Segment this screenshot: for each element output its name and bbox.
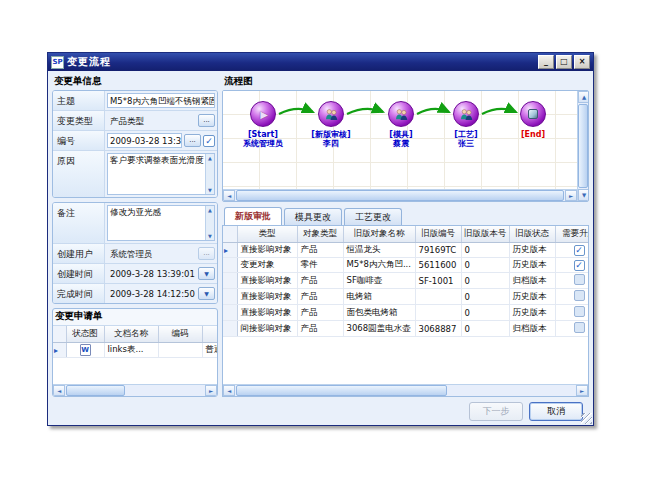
grid-row[interactable]: 直接影响对象 产品 电烤箱 0 历史版本 (223, 289, 588, 305)
field-row-create-time: 创建时间 2009-3-28 13:39:01 ▼ (53, 264, 217, 284)
request-col-code[interactable]: 编码 (158, 326, 202, 343)
scroll-down-icon[interactable]: ▼ (208, 233, 212, 239)
creator-input[interactable]: 系统管理员 (107, 246, 196, 261)
tab-new-version-approval[interactable]: 新版审批 (224, 207, 282, 225)
tab-process-change[interactable]: 工艺更改 (344, 208, 402, 225)
cell-oldno (415, 289, 461, 305)
cell-objtype: 产品 (297, 289, 343, 305)
upgrade-checkbox[interactable] (574, 274, 585, 285)
cell-oldver: 0 (461, 305, 509, 321)
reason-textarea[interactable]: 客户要求调整表面光滑度 ▲ ▼ (107, 153, 215, 195)
number-label: 编号 (53, 131, 105, 150)
grid-row[interactable]: 变更对象 零件 M5*8内六角凹... 5611600 0 历史版本 ✓ M5*… (223, 258, 588, 273)
flow-canvas[interactable]: ▶ [Start]系统管理员 (223, 91, 577, 189)
tab-mold-change[interactable]: 模具更改 (284, 208, 342, 225)
cell-oldname: SF咖啡壶 (343, 273, 415, 289)
creator-browse-button[interactable]: ... (198, 247, 215, 260)
flow-node-mold[interactable]: [模具]蔡震 (371, 101, 431, 148)
upgrade-checkbox[interactable]: ✓ (574, 260, 585, 271)
finish-time-input[interactable]: 2009-3-28 14:12:50 (107, 286, 196, 301)
node-label-line2: 张三 (458, 139, 474, 148)
title-bar[interactable]: SP 变更流程 _ □ × (48, 53, 593, 71)
cell-type: 直接影响对象 (237, 289, 297, 305)
grid-row[interactable]: ▸ 直接影响对象 产品 恒温龙头 79169TC 0 历史版本 ✓ (223, 243, 588, 258)
scroll-down-icon[interactable]: ▼ (578, 189, 589, 201)
flow-node-start[interactable]: ▶ [Start]系统管理员 (233, 101, 293, 148)
word-doc-icon: W (80, 344, 91, 356)
node-label-line1: [模具] (389, 130, 412, 139)
scroll-up-icon[interactable]: ▲ (208, 155, 212, 161)
grid-col-oldver[interactable]: 旧版版本号 (461, 226, 509, 243)
flow-vscrollbar[interactable]: ▲ ▼ (577, 91, 588, 201)
scroll-left-icon[interactable]: ◄ (223, 385, 235, 396)
grid-col-upgrade[interactable]: 需要升版 (555, 226, 588, 243)
grid-col-oldno[interactable]: 旧版编号 (415, 226, 461, 243)
flow-node-review[interactable]: [新版审核]李四 (301, 101, 361, 148)
flow-node-end[interactable]: [End] (503, 101, 563, 139)
grid-col-oldstatus[interactable]: 旧版状态 (509, 226, 555, 243)
reason-scrollbar[interactable]: ▲ ▼ (205, 154, 214, 194)
subject-input[interactable]: M5*8内六角凹端不锈钢紧固螺钉 (107, 93, 215, 108)
scroll-left-icon[interactable]: ◄ (223, 190, 235, 201)
upgrade-checkbox[interactable] (574, 306, 585, 317)
grid-col-oldname[interactable]: 旧版对象名称 (343, 226, 415, 243)
grid-row[interactable]: 间接影响对象 产品 3068圆盖电水壶 3068887 0 归档版本 (223, 321, 588, 337)
flow-chart-panel: ▶ [Start]系统管理员 (222, 90, 589, 202)
scroll-left-icon[interactable]: ◄ (53, 385, 65, 396)
grid-col-objtype[interactable]: 对象类型 (297, 226, 343, 243)
number-checkbox[interactable]: ✓ (203, 135, 215, 147)
request-col-docname[interactable]: 文档名称 (104, 326, 158, 343)
node-label-line2: 蔡震 (393, 139, 409, 148)
resize-grip[interactable] (581, 413, 592, 424)
scroll-down-icon[interactable]: ▼ (208, 187, 212, 193)
cell-type: 直接影响对象 (237, 305, 297, 321)
create-time-input[interactable]: 2009-3-28 13:39:01 (107, 266, 196, 281)
upgrade-checkbox[interactable] (574, 322, 585, 333)
start-node-icon: ▶ (250, 101, 276, 127)
create-time-dropdown-button[interactable]: ▼ (198, 267, 215, 280)
request-col-extra[interactable] (202, 326, 217, 343)
cell-type: 间接影响对象 (237, 321, 297, 337)
request-col-status[interactable]: 状态图 (66, 326, 104, 343)
upgrade-checkbox[interactable] (574, 290, 585, 301)
change-type-browse-button[interactable]: ... (198, 114, 215, 127)
remark-scrollbar[interactable]: ▲ ▼ (205, 206, 214, 240)
change-type-input[interactable]: 产品类型 (107, 113, 196, 128)
cell-oldno: SF-1001 (415, 273, 461, 289)
scroll-right-icon[interactable]: ► (565, 190, 577, 201)
app-icon-text: SP (52, 58, 62, 66)
change-type-label: 变更类型 (53, 111, 105, 130)
left-panel-title: 变更单信息 (52, 74, 218, 90)
grid-hscrollbar[interactable]: ◄ ► (223, 384, 588, 396)
impact-objects-grid: 类型 对象类型 旧版对象名称 旧版编号 旧版版本号 旧版状态 需要升版 新版 ▸… (222, 225, 589, 397)
finish-time-dropdown-button[interactable]: ▼ (198, 287, 215, 300)
request-table-row[interactable]: ▸ W links表... 普通 (53, 343, 217, 358)
cell-oldno: 5611600 (415, 258, 461, 273)
meta-fields-group: 备注 修改为亚光感 ▲ ▼ 创建用户 系统管理员 (52, 202, 218, 304)
cancel-button[interactable]: 取消 (529, 402, 583, 421)
maximize-button[interactable]: □ (556, 55, 572, 69)
number-browse-button[interactable]: ... (184, 134, 201, 147)
next-button[interactable]: 下一步 (469, 402, 523, 421)
minimize-button[interactable]: _ (538, 55, 554, 69)
cell-oldno: 79169TC (415, 243, 461, 258)
number-input[interactable]: 2009-03-28 13:39:01 (107, 133, 182, 148)
scroll-up-icon[interactable]: ▲ (208, 207, 212, 213)
upgrade-checkbox[interactable]: ✓ (574, 245, 585, 256)
remark-textarea[interactable]: 修改为亚光感 ▲ ▼ (107, 205, 215, 241)
grid-col-type[interactable]: 类型 (237, 226, 297, 243)
scroll-right-icon[interactable]: ► (205, 385, 217, 396)
flow-node-process[interactable]: [工艺]张三 (436, 101, 496, 148)
cell-objtype: 产品 (297, 321, 343, 337)
grid-row[interactable]: 直接影响对象 产品 面包类电烤箱 0 历史版本 (223, 305, 588, 321)
scroll-right-icon[interactable]: ► (576, 385, 588, 396)
node-label-line1: [工艺] (454, 130, 477, 139)
grid-row[interactable]: 直接影响对象 产品 SF咖啡壶 SF-1001 0 归档版本 SF咖 (223, 273, 588, 289)
request-list-hscrollbar[interactable]: ◄ ► (53, 384, 217, 396)
flow-hscrollbar[interactable]: ◄ ► (223, 189, 577, 201)
remark-text: 修改为亚光感 (110, 207, 161, 217)
close-button[interactable]: × (574, 55, 590, 69)
scroll-up-icon[interactable]: ▲ (578, 91, 589, 103)
request-list-table: 状态图 文档名称 编码 ▸ W links表... 普通 (53, 325, 217, 384)
dialog-button-bar: 下一步 取消 (48, 397, 593, 425)
